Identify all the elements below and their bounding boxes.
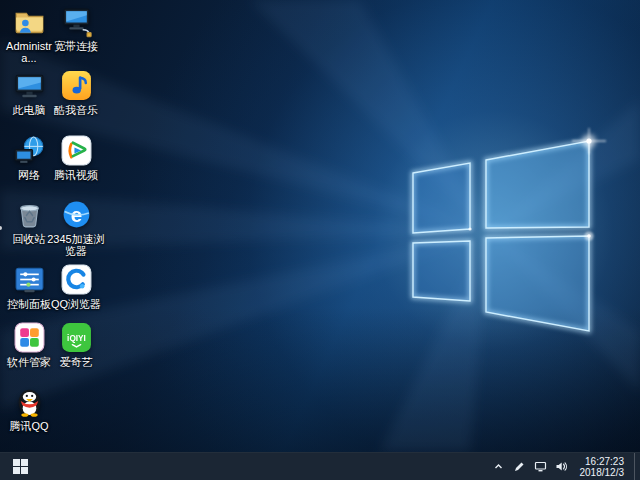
network-globe-icon bbox=[13, 134, 46, 167]
desktop-icon-2345-browser[interactable]: e 2345加速浏览器 bbox=[47, 198, 105, 257]
icon-label: QQ浏览器 bbox=[51, 298, 101, 310]
computer-icon bbox=[13, 69, 46, 102]
broadband-monitor-icon bbox=[60, 5, 93, 38]
pen-icon[interactable] bbox=[513, 460, 526, 473]
taskbar-empty-area bbox=[40, 453, 488, 480]
icon-label: 腾讯视频 bbox=[54, 169, 98, 181]
tencent-video-icon bbox=[60, 134, 93, 167]
icon-label: 回收站 bbox=[13, 233, 46, 245]
qq-browser-icon bbox=[60, 263, 93, 296]
windows-start-icon bbox=[13, 459, 28, 474]
kuwo-music-icon bbox=[60, 69, 93, 102]
icon-label: 2345加速浏览器 bbox=[47, 233, 105, 257]
qq-penguin-icon bbox=[13, 385, 46, 418]
icon-label: 腾讯QQ bbox=[9, 420, 48, 432]
start-button[interactable] bbox=[0, 453, 40, 480]
taskbar: 16:27:23 2018/12/3 bbox=[0, 452, 640, 480]
browser-e-icon: e bbox=[60, 198, 93, 231]
desktop-icon-broadband-connection[interactable]: 宽带连接 bbox=[47, 5, 105, 52]
clock-date: 2018/12/3 bbox=[580, 467, 625, 478]
network-icon[interactable] bbox=[534, 460, 547, 473]
desktop-icon-tencent-qq[interactable]: 腾讯QQ bbox=[0, 385, 58, 432]
desktop-icon-tencent-video[interactable]: 腾讯视频 bbox=[47, 134, 105, 181]
taskbar-clock[interactable]: 16:27:23 2018/12/3 bbox=[576, 456, 629, 478]
icon-label: 酷我音乐 bbox=[54, 104, 98, 116]
control-panel-icon bbox=[13, 263, 46, 296]
desktop-icon-kuwo-music[interactable]: 酷我音乐 bbox=[47, 69, 105, 116]
svg-text:iQIYI: iQIYI bbox=[67, 334, 86, 343]
recycle-bin-icon bbox=[13, 198, 46, 231]
system-tray: 16:27:23 2018/12/3 bbox=[488, 453, 635, 480]
icon-label: 软件管家 bbox=[7, 356, 51, 368]
desktop-icon-qq-browser[interactable]: QQ浏览器 bbox=[47, 263, 105, 310]
software-manager-icon bbox=[13, 321, 46, 354]
show-desktop-button[interactable] bbox=[634, 453, 640, 480]
hidden-icons-chevron-icon[interactable] bbox=[492, 460, 505, 473]
icon-label: 网络 bbox=[18, 169, 40, 181]
icon-label: 此电脑 bbox=[13, 104, 46, 116]
icon-label: 控制面板 bbox=[7, 298, 51, 310]
desktop-wallpaper: Administra... 此电脑 网络 回收站 bbox=[0, 0, 640, 452]
desktop-icon-iqiyi[interactable]: iQIYI 爱奇艺 bbox=[47, 321, 105, 368]
user-folder-icon bbox=[13, 5, 46, 38]
icon-label: 爱奇艺 bbox=[60, 356, 93, 368]
iqiyi-icon: iQIYI bbox=[60, 321, 93, 354]
icon-label: 宽带连接 bbox=[54, 40, 98, 52]
clock-time: 16:27:23 bbox=[585, 456, 624, 467]
volume-icon[interactable] bbox=[555, 460, 568, 473]
